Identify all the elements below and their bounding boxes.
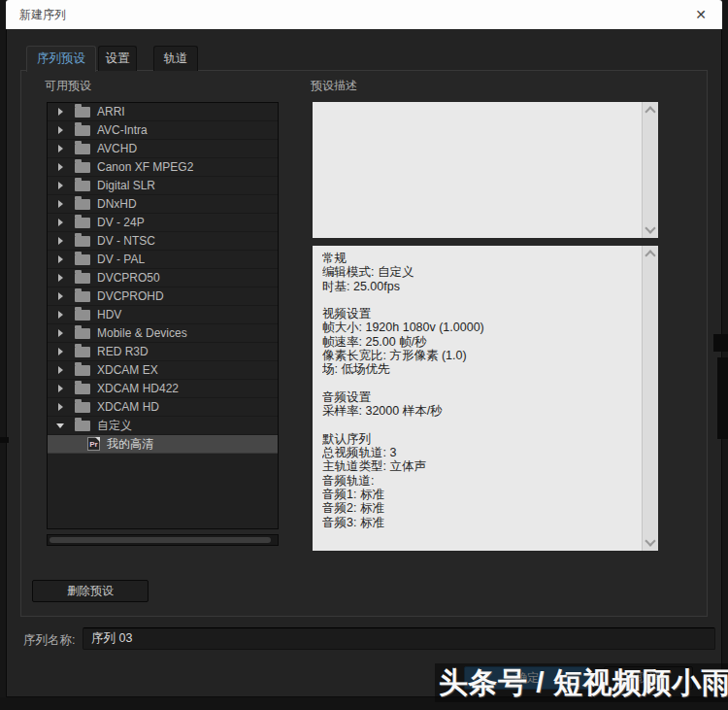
triangle-right-icon[interactable]: [55, 292, 65, 300]
dialog-titlebar: 新建序列 ✕: [6, 0, 722, 29]
tree-item[interactable]: Canon XF MPEG2: [48, 158, 278, 177]
triangle-glyph: [58, 145, 63, 152]
triangle-right-icon[interactable]: [55, 145, 65, 152]
folder-icon: [75, 421, 90, 431]
tree-item-label: DV - PAL: [97, 253, 145, 266]
folder-icon: [75, 384, 90, 394]
tree-item-label: DV - NTSC: [97, 234, 155, 248]
preset-description-box: [313, 102, 658, 238]
watermark-text: 头条号 / 短视频顾小雨: [439, 663, 728, 703]
tree-item-label: XDCAM HD: [97, 400, 159, 414]
folder-icon: [75, 347, 90, 357]
watermark-fragment: [717, 357, 728, 439]
triangle-right-icon[interactable]: [55, 108, 65, 116]
triangle-right-icon[interactable]: [55, 385, 65, 392]
tree-item[interactable]: ARRI: [48, 103, 278, 121]
tree-item[interactable]: AVCHD: [48, 140, 278, 158]
tree-item[interactable]: 自定义: [48, 417, 278, 435]
description-scrollbar[interactable]: [642, 102, 658, 238]
triangle-right-icon[interactable]: [55, 200, 65, 208]
triangle-right-icon[interactable]: [55, 182, 65, 189]
folder-icon: [75, 218, 90, 228]
triangle-right-icon[interactable]: [55, 237, 65, 245]
tree-item[interactable]: Mobile & Devices: [48, 324, 278, 343]
chevron-down-icon[interactable]: [645, 222, 655, 233]
tree-item[interactable]: HDV: [48, 306, 278, 324]
watermark-fragment: [0, 437, 9, 443]
tree-item-label: ARRI: [97, 105, 125, 118]
preset-description-text: [322, 108, 633, 234]
triangle-glyph: [58, 385, 63, 392]
available-presets-label: 可用预设: [41, 78, 95, 94]
tree-item-label: Canon XF MPEG2: [97, 160, 193, 174]
tree-item-label: AVC-Intra: [97, 123, 148, 137]
tree-item-label: HDV: [97, 308, 121, 321]
folder-icon: [75, 181, 90, 191]
tree-item[interactable]: DNxHD: [48, 195, 278, 214]
tree-item[interactable]: Digital SLR: [48, 177, 278, 195]
folder-icon: [75, 291, 90, 302]
tab-tracks[interactable]: 轨道: [153, 46, 198, 71]
tab-sequence-presets[interactable]: 序列预设: [26, 46, 96, 72]
folder-icon: [75, 328, 90, 339]
preset-details-box: 常规 编辑模式: 自定义 时基: 25.00fps 视频设置 帧大小: 1920…: [313, 246, 658, 551]
tree-item-label: DVCPROHD: [97, 289, 164, 303]
folder-icon: [75, 199, 90, 210]
tree-item[interactable]: XDCAM EX: [48, 361, 278, 380]
tree-horizontal-scrollbar[interactable]: [47, 534, 279, 546]
close-icon[interactable]: ✕: [691, 0, 711, 29]
triangle-right-icon[interactable]: [55, 255, 65, 263]
triangle-glyph: [58, 403, 63, 411]
preset-tree[interactable]: ARRIAVC-IntraAVCHDCanon XF MPEG2Digital …: [47, 102, 279, 529]
folder-icon: [75, 402, 90, 413]
tab-settings[interactable]: 设置: [98, 46, 137, 71]
triangle-right-icon[interactable]: [55, 329, 65, 337]
tree-item[interactable]: XDCAM HD422: [48, 380, 278, 398]
triangle-glyph: [58, 219, 63, 226]
triangle-right-icon[interactable]: [55, 163, 65, 171]
tree-item-label: DVCPRO50: [97, 271, 160, 285]
tree-item-label: Mobile & Devices: [97, 326, 187, 340]
chevron-up-icon[interactable]: [645, 106, 655, 117]
details-scrollbar[interactable]: [642, 246, 658, 551]
chevron-up-icon[interactable]: [645, 250, 655, 260]
triangle-right-icon[interactable]: [55, 274, 65, 282]
triangle-glyph: [58, 200, 63, 208]
watermark-fragment: [713, 334, 728, 352]
preset-description-label: 预设描述: [307, 78, 361, 94]
folder-icon: [75, 162, 90, 173]
tree-item[interactable]: XDCAM HD: [48, 398, 278, 417]
triangle-glyph: [58, 255, 63, 263]
triangle-right-icon[interactable]: [55, 403, 65, 411]
triangle-glyph: [58, 108, 63, 116]
scrollbar-thumb[interactable]: [50, 537, 271, 543]
triangle-right-icon[interactable]: [55, 348, 65, 355]
tree-item[interactable]: DV - 24P: [48, 214, 278, 232]
folder-icon: [75, 310, 90, 321]
tree-item-label: 自定义: [97, 418, 132, 434]
tree-item[interactable]: DVCPROHD: [48, 287, 278, 306]
triangle-right-icon[interactable]: [55, 219, 65, 226]
folder-icon: [75, 365, 90, 376]
tree-item-label: RED R3D: [97, 345, 149, 358]
dialog-title: 新建序列: [19, 0, 66, 29]
tree-item-label: XDCAM EX: [97, 363, 158, 377]
tree-item[interactable]: DV - NTSC: [48, 232, 278, 251]
folder-icon: [75, 144, 90, 154]
tree-item[interactable]: DV - PAL: [48, 251, 278, 269]
folder-icon: [75, 125, 90, 136]
triangle-right-icon[interactable]: [55, 126, 65, 134]
triangle-down-icon[interactable]: [55, 423, 65, 428]
tree-item-label: Digital SLR: [97, 179, 155, 192]
tree-item[interactable]: AVC-Intra: [48, 121, 278, 140]
chevron-down-icon[interactable]: [645, 535, 655, 546]
sequence-name-input[interactable]: 序列 03: [83, 627, 715, 650]
screenshot-root: 新建序列 ✕ 序列预设 设置 轨道 可用预设 ARRIAVC-IntraAVCH…: [0, 0, 728, 710]
delete-preset-button[interactable]: 删除预设: [32, 580, 149, 602]
tree-item[interactable]: RED R3D: [48, 343, 278, 361]
tree-item-label: DNxHD: [97, 197, 137, 211]
triangle-right-icon[interactable]: [55, 366, 65, 374]
triangle-right-icon[interactable]: [55, 311, 65, 319]
tree-item[interactable]: Pr我的高清: [48, 435, 278, 454]
tree-item[interactable]: DVCPRO50: [48, 269, 278, 287]
